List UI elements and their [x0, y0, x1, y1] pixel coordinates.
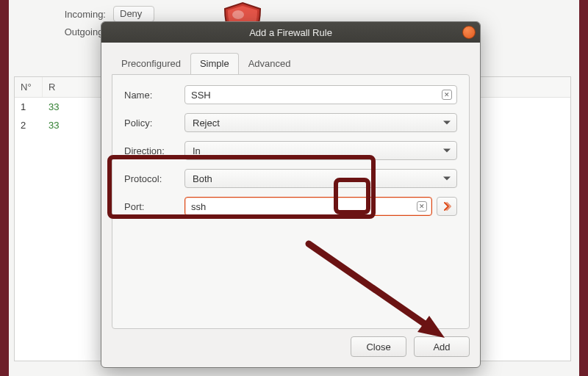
- incoming-value: Deny: [120, 8, 142, 19]
- direction-label: Direction:: [124, 145, 177, 156]
- close-icon[interactable]: [462, 26, 476, 39]
- port-input[interactable]: ssh ✕: [184, 197, 432, 216]
- chevron-right-icon: [442, 201, 452, 212]
- dialog-title: Add a Firewall Rule: [249, 27, 332, 38]
- cell-no: 1: [15, 98, 43, 116]
- protocol-value: Both: [193, 173, 212, 184]
- tab-advanced[interactable]: Advanced: [239, 53, 301, 75]
- chevron-down-icon: [443, 121, 451, 125]
- firewall-rule-dialog: Add a Firewall Rule Preconfigured Simple…: [101, 21, 481, 368]
- chevron-down-icon: [443, 149, 451, 153]
- policy-value: Reject: [193, 118, 220, 129]
- clear-icon[interactable]: ✕: [442, 90, 452, 100]
- port-label: Port:: [124, 201, 177, 212]
- tab-pane-simple: Name: SSH ✕ Policy: Reject: [112, 74, 470, 329]
- expand-button[interactable]: [437, 197, 457, 216]
- add-button[interactable]: Add: [414, 336, 470, 357]
- close-button[interactable]: Close: [351, 336, 406, 357]
- outgoing-label: Outgoing:: [53, 26, 106, 37]
- direction-value: In: [193, 145, 201, 156]
- policy-label: Policy:: [124, 118, 177, 129]
- protocol-label: Protocol:: [124, 173, 177, 184]
- name-input[interactable]: SSH ✕: [184, 85, 457, 104]
- svg-point-0: [232, 10, 244, 19]
- direction-select[interactable]: In: [184, 141, 457, 160]
- incoming-label: Incoming:: [53, 9, 106, 20]
- cell-no: 2: [15, 116, 43, 134]
- name-input-value: SSH: [191, 90, 211, 101]
- dialog-titlebar[interactable]: Add a Firewall Rule: [101, 22, 480, 43]
- tab-simple[interactable]: Simple: [190, 53, 239, 75]
- dialog-footer: Close Add: [101, 329, 480, 367]
- clear-icon[interactable]: ✕: [417, 201, 427, 212]
- protocol-select[interactable]: Both: [184, 169, 457, 188]
- tab-row: Preconfigured Simple Advanced: [101, 43, 480, 74]
- col-header-no[interactable]: N°: [15, 77, 43, 97]
- port-input-value: ssh: [191, 201, 206, 212]
- incoming-select[interactable]: Deny: [113, 6, 154, 22]
- chevron-down-icon: [443, 177, 451, 181]
- policy-select[interactable]: Reject: [184, 113, 457, 132]
- tab-preconfigured[interactable]: Preconfigured: [112, 53, 190, 75]
- name-label: Name:: [124, 90, 177, 101]
